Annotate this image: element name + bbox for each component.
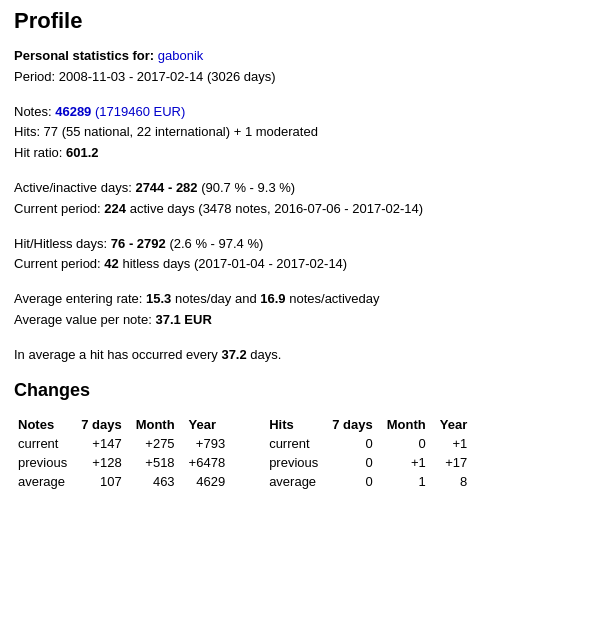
current-period-value: 224 xyxy=(104,201,126,216)
notes-label: Notes: xyxy=(14,104,52,119)
avg-rate-mid: notes/day and xyxy=(175,291,257,306)
page-title: Profile xyxy=(14,8,588,34)
table-row: average1074634629 xyxy=(14,472,235,491)
table-row: current00+1 xyxy=(265,434,477,453)
table-row: current+147+275+793 xyxy=(14,434,235,453)
notes-table: Notes 7 days Month Year current+147+275+… xyxy=(14,415,235,491)
hitless-current-line: Current period: 42 hitless days (2017-01… xyxy=(14,254,588,275)
avg-rate-label: Average entering rate: xyxy=(14,291,142,306)
current-period-notes: Current period: xyxy=(14,201,101,216)
notes-eur: (1719460 EUR) xyxy=(95,104,185,119)
changes-section: Changes Notes 7 days Month Year current+… xyxy=(14,380,588,491)
changes-tables: Notes 7 days Month Year current+147+275+… xyxy=(14,415,588,491)
notes-col-7days: 7 days xyxy=(77,415,131,434)
notes-hits-section: Notes: 46289 (1719460 EUR) Hits: 77 (55 … xyxy=(14,102,588,164)
table-row: previous+128+518+6478 xyxy=(14,453,235,472)
personal-stats-line: Personal statistics for: gabonik xyxy=(14,46,588,67)
hit-hitless-pct: (2.6 % - 97.4 %) xyxy=(169,236,263,251)
avg-value-label: Average value per note: xyxy=(14,312,152,327)
table-row: previous0+1+17 xyxy=(265,453,477,472)
avg-rate-line: Average entering rate: 15.3 notes/day an… xyxy=(14,289,588,310)
hit-ratio-value: 601.2 xyxy=(66,145,99,160)
active-inactive-value: 2744 - 282 xyxy=(135,180,197,195)
table-row: average018 xyxy=(265,472,477,491)
avg-rate-rest: notes/activeday xyxy=(289,291,379,306)
active-inactive-line: Active/inactive days: 2744 - 282 (90.7 %… xyxy=(14,178,588,199)
notes-col-label: Notes xyxy=(14,415,77,434)
period-line: Period: 2008-11-03 - 2017-02-14 (3026 da… xyxy=(14,67,588,88)
notes-col-year: Year xyxy=(185,415,236,434)
notes-col-month: Month xyxy=(132,415,185,434)
username-link[interactable]: gabonik xyxy=(158,48,204,63)
current-period-line: Current period: 224 active days (3478 no… xyxy=(14,199,588,220)
active-inactive-pct: (90.7 % - 9.3 %) xyxy=(201,180,295,195)
hit-ratio-label: Hit ratio: xyxy=(14,145,62,160)
hit-hitless-value: 76 - 2792 xyxy=(111,236,166,251)
notes-value: 46289 xyxy=(55,104,91,119)
hits-table: Hits 7 days Month Year current00+1previo… xyxy=(265,415,477,491)
hit-avg-section: In average a hit has occurred every 37.2… xyxy=(14,345,588,366)
hit-avg-value: 37.2 xyxy=(221,347,246,362)
avg-value-line: Average value per note: 37.1 EUR xyxy=(14,310,588,331)
changes-title: Changes xyxy=(14,380,588,401)
hit-avg-start: In average a hit has occurred every xyxy=(14,347,218,362)
hitless-current-rest: hitless days (2017-01-04 - 2017-02-14) xyxy=(122,256,347,271)
hits-col-month: Month xyxy=(383,415,436,434)
hit-ratio-line: Hit ratio: 601.2 xyxy=(14,143,588,164)
personal-label: Personal statistics for: xyxy=(14,48,154,63)
active-inactive-label: Active/inactive days: xyxy=(14,180,132,195)
average-section: Average entering rate: 15.3 notes/day an… xyxy=(14,289,588,331)
hit-hitless-line: Hit/Hitless days: 76 - 2792 (2.6 % - 97.… xyxy=(14,234,588,255)
notes-line: Notes: 46289 (1719460 EUR) xyxy=(14,102,588,123)
hit-hitless-label: Hit/Hitless days: xyxy=(14,236,107,251)
hits-line: Hits: 77 (55 national, 22 international)… xyxy=(14,122,588,143)
active-inactive-section: Active/inactive days: 2744 - 282 (90.7 %… xyxy=(14,178,588,220)
avg-value-value: 37.1 EUR xyxy=(155,312,211,327)
hitless-current-value: 42 xyxy=(104,256,118,271)
hits-col-label: Hits xyxy=(265,415,328,434)
hits-col-7days: 7 days xyxy=(328,415,382,434)
avg-rate-value1: 15.3 xyxy=(146,291,171,306)
hit-avg-line: In average a hit has occurred every 37.2… xyxy=(14,345,588,366)
avg-rate-value2: 16.9 xyxy=(260,291,285,306)
hit-hitless-section: Hit/Hitless days: 76 - 2792 (2.6 % - 97.… xyxy=(14,234,588,276)
hits-col-year: Year xyxy=(436,415,477,434)
hit-avg-end: days. xyxy=(250,347,281,362)
hitless-current-label: Current period: xyxy=(14,256,101,271)
current-period-rest: active days (3478 notes, 2016-07-06 - 20… xyxy=(130,201,423,216)
personal-stats-section: Personal statistics for: gabonik Period:… xyxy=(14,46,588,88)
